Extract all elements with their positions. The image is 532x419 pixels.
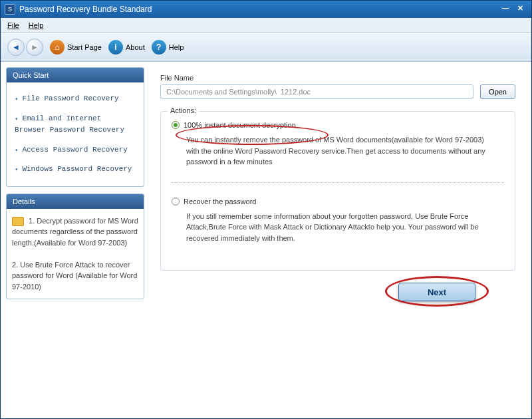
- option2-description: If you still remember some information a…: [186, 211, 492, 244]
- app-icon: S: [5, 4, 15, 15]
- start-page-button[interactable]: ⌂ Start Page: [50, 40, 102, 55]
- window-title: Password Recovery Bundle Standard: [19, 5, 498, 14]
- key-icon: [12, 217, 24, 226]
- body: Quick Start File Password Recovery Email…: [1, 62, 531, 418]
- sidebar-item-access-recovery[interactable]: Access Password Recovery: [12, 140, 138, 160]
- radio-instant-decryption[interactable]: [172, 121, 180, 129]
- file-row: Open: [160, 84, 515, 99]
- option2-label: Recover the password: [184, 198, 256, 206]
- option1-description: You can instantly remove the password of…: [186, 134, 492, 168]
- home-icon: ⌂: [50, 40, 65, 55]
- toolbar: ◄ ► ⌂ Start Page i About ? Help: [1, 33, 531, 62]
- close-button[interactable]: ✕: [513, 4, 527, 15]
- help-button[interactable]: ? Help: [152, 40, 184, 55]
- info-icon: i: [108, 40, 123, 55]
- menubar: File Help: [1, 18, 531, 33]
- sidebar-item-email-browser-recovery[interactable]: Email and Internet Browser Password Reco…: [12, 109, 138, 140]
- start-page-label: Start Page: [67, 43, 102, 51]
- details-panel: Details 1. Decrypt password for MS Word …: [6, 194, 144, 300]
- quick-start-list: File Password Recovery Email and Interne…: [12, 89, 138, 180]
- details-text-1: 1. Decrypt password for MS Word document…: [12, 217, 138, 247]
- quick-start-panel: Quick Start File Password Recovery Email…: [6, 67, 144, 187]
- titlebar: S Password Recovery Bundle Standard — ✕: [1, 1, 531, 18]
- menu-help[interactable]: Help: [29, 21, 44, 29]
- options-divider: [172, 182, 504, 183]
- help-label: Help: [169, 43, 184, 51]
- details-body: 1. Decrypt password for MS Word document…: [7, 209, 144, 299]
- sidebar: Quick Start File Password Recovery Email…: [6, 67, 144, 413]
- actions-legend: Actions:: [168, 106, 199, 114]
- option-recover-password: Recover the password If you still rememb…: [172, 198, 504, 244]
- option1-label: 100% instant document decryption: [184, 121, 296, 129]
- sidebar-item-windows-recovery[interactable]: Windows Password Recovery: [12, 160, 138, 180]
- file-name-label: File Name: [160, 74, 515, 82]
- footer: Next: [160, 271, 515, 301]
- radio-recover-password[interactable]: [172, 198, 180, 206]
- details-text-2: 2. Use Brute Force Attack to recover pas…: [12, 261, 137, 291]
- open-button[interactable]: Open: [480, 84, 515, 99]
- main-content: File Name Open Actions: 100% instant doc…: [150, 67, 526, 413]
- sidebar-item-file-recovery[interactable]: File Password Recovery: [12, 89, 138, 109]
- details-header: Details: [7, 194, 144, 209]
- next-button[interactable]: Next: [398, 283, 475, 301]
- app-window: S Password Recovery Bundle Standard — ✕ …: [0, 0, 532, 419]
- menu-file[interactable]: File: [7, 21, 19, 29]
- quick-start-header: Quick Start: [7, 68, 144, 82]
- back-button[interactable]: ◄: [7, 39, 25, 56]
- minimize-button[interactable]: —: [498, 4, 513, 15]
- file-path-input[interactable]: [160, 84, 473, 99]
- actions-group: Actions: 100% instant document decryptio…: [160, 111, 515, 271]
- help-icon: ?: [152, 40, 166, 55]
- nav-group: ◄ ►: [7, 39, 43, 56]
- option-instant-decryption: 100% instant document decryption You can…: [172, 121, 504, 168]
- about-button[interactable]: i About: [108, 40, 145, 55]
- about-label: About: [126, 43, 145, 51]
- forward-button[interactable]: ►: [26, 39, 43, 56]
